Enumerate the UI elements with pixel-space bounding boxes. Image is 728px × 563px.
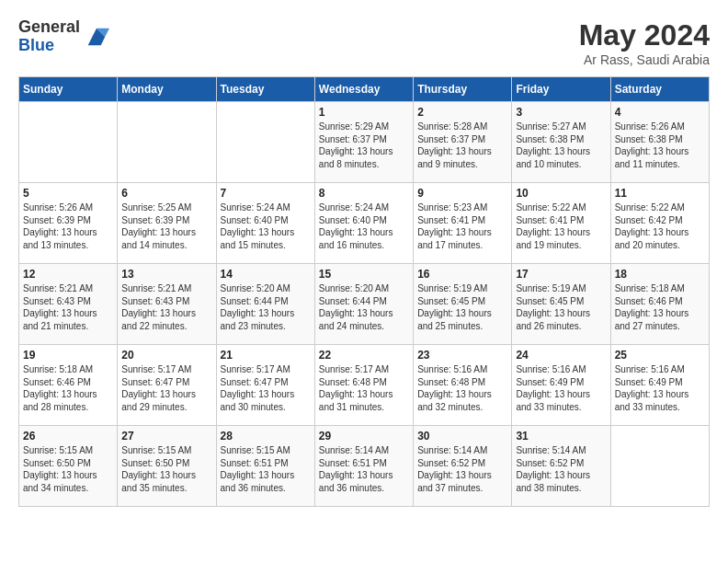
day-info: Sunrise: 5:22 AM Sunset: 6:41 PM Dayligh… [516,201,606,251]
calendar-cell: 29Sunrise: 5:14 AM Sunset: 6:51 PM Dayli… [314,426,413,507]
calendar-cell [19,102,118,183]
day-number: 15 [319,268,409,281]
day-number: 18 [615,268,705,281]
calendar-cell: 3Sunrise: 5:27 AM Sunset: 6:38 PM Daylig… [512,102,610,183]
title-block: May 2024 Ar Rass, Saudi Arabia [579,18,710,67]
calendar-cell: 18Sunrise: 5:18 AM Sunset: 6:46 PM Dayli… [610,264,709,345]
day-number: 23 [417,349,507,362]
day-info: Sunrise: 5:15 AM Sunset: 6:50 PM Dayligh… [23,444,113,494]
day-info: Sunrise: 5:27 AM Sunset: 6:38 PM Dayligh… [516,121,606,170]
day-info: Sunrise: 5:28 AM Sunset: 6:37 PM Dayligh… [417,121,507,170]
day-info: Sunrise: 5:18 AM Sunset: 6:46 PM Dayligh… [23,363,113,413]
calendar-cell: 24Sunrise: 5:16 AM Sunset: 6:49 PM Dayli… [512,345,610,426]
calendar-cell: 9Sunrise: 5:23 AM Sunset: 6:41 PM Daylig… [414,183,512,264]
day-number: 14 [221,268,311,281]
calendar-cell: 4Sunrise: 5:26 AM Sunset: 6:38 PM Daylig… [610,102,709,183]
logo-icon [84,24,109,50]
calendar-cell: 14Sunrise: 5:20 AM Sunset: 6:44 PM Dayli… [216,264,314,345]
calendar-cell: 21Sunrise: 5:17 AM Sunset: 6:47 PM Dayli… [216,345,314,426]
day-header-wednesday: Wednesday [314,77,413,102]
calendar-cell: 25Sunrise: 5:16 AM Sunset: 6:49 PM Dayli… [610,345,709,426]
calendar-cell: 23Sunrise: 5:16 AM Sunset: 6:48 PM Dayli… [414,345,512,426]
calendar-week-3: 12Sunrise: 5:21 AM Sunset: 6:43 PM Dayli… [19,264,710,345]
day-number: 9 [417,187,507,200]
calendar-cell [118,102,216,183]
calendar-cell: 30Sunrise: 5:14 AM Sunset: 6:52 PM Dayli… [414,426,512,507]
day-number: 16 [417,268,507,281]
day-info: Sunrise: 5:16 AM Sunset: 6:49 PM Dayligh… [516,363,606,413]
day-number: 21 [221,349,311,362]
day-info: Sunrise: 5:16 AM Sunset: 6:49 PM Dayligh… [615,363,705,413]
calendar-cell: 10Sunrise: 5:22 AM Sunset: 6:41 PM Dayli… [512,183,610,264]
calendar-week-1: 1Sunrise: 5:29 AM Sunset: 6:37 PM Daylig… [19,102,710,183]
day-number: 7 [221,187,311,200]
day-number: 20 [121,349,211,362]
calendar-week-4: 19Sunrise: 5:18 AM Sunset: 6:46 PM Dayli… [19,345,710,426]
day-info: Sunrise: 5:22 AM Sunset: 6:42 PM Dayligh… [615,201,705,251]
day-number: 31 [516,430,606,442]
calendar-cell: 6Sunrise: 5:25 AM Sunset: 6:39 PM Daylig… [118,183,216,264]
day-number: 25 [615,349,705,362]
day-header-thursday: Thursday [414,77,512,102]
day-info: Sunrise: 5:15 AM Sunset: 6:50 PM Dayligh… [121,444,211,494]
page-header: General Blue May 2024 Ar Rass, Saudi Ara… [18,18,710,67]
day-info: Sunrise: 5:19 AM Sunset: 6:45 PM Dayligh… [417,282,507,332]
day-info: Sunrise: 5:23 AM Sunset: 6:41 PM Dayligh… [417,201,507,251]
day-info: Sunrise: 5:17 AM Sunset: 6:47 PM Dayligh… [121,363,211,413]
logo: General Blue [18,18,109,55]
day-info: Sunrise: 5:18 AM Sunset: 6:46 PM Dayligh… [615,282,705,332]
day-header-friday: Friday [512,77,610,102]
calendar-cell [610,426,709,507]
day-info: Sunrise: 5:21 AM Sunset: 6:43 PM Dayligh… [121,282,211,332]
day-info: Sunrise: 5:20 AM Sunset: 6:44 PM Dayligh… [221,282,311,332]
calendar-cell [216,102,314,183]
day-number: 24 [516,349,606,362]
day-number: 27 [121,430,211,442]
calendar-cell: 2Sunrise: 5:28 AM Sunset: 6:37 PM Daylig… [414,102,512,183]
day-info: Sunrise: 5:24 AM Sunset: 6:40 PM Dayligh… [319,201,409,251]
page-title: May 2024 [579,18,710,52]
day-number: 2 [417,106,507,119]
day-number: 17 [516,268,606,281]
calendar-cell: 27Sunrise: 5:15 AM Sunset: 6:50 PM Dayli… [118,426,216,507]
day-info: Sunrise: 5:19 AM Sunset: 6:45 PM Dayligh… [516,282,606,332]
calendar-cell: 5Sunrise: 5:26 AM Sunset: 6:39 PM Daylig… [19,183,118,264]
day-number: 29 [319,430,409,442]
logo-blue-text: Blue [18,37,80,55]
day-info: Sunrise: 5:17 AM Sunset: 6:48 PM Dayligh… [319,363,409,413]
day-number: 28 [221,430,311,442]
calendar-cell: 15Sunrise: 5:20 AM Sunset: 6:44 PM Dayli… [314,264,413,345]
day-number: 30 [417,430,507,442]
day-info: Sunrise: 5:20 AM Sunset: 6:44 PM Dayligh… [319,282,409,332]
day-number: 3 [516,106,606,119]
calendar-cell: 17Sunrise: 5:19 AM Sunset: 6:45 PM Dayli… [512,264,610,345]
day-header-sunday: Sunday [19,77,118,102]
day-info: Sunrise: 5:29 AM Sunset: 6:37 PM Dayligh… [319,121,409,170]
day-info: Sunrise: 5:25 AM Sunset: 6:39 PM Dayligh… [121,201,211,251]
day-number: 4 [615,106,705,119]
calendar-cell: 26Sunrise: 5:15 AM Sunset: 6:50 PM Dayli… [19,426,118,507]
day-info: Sunrise: 5:24 AM Sunset: 6:40 PM Dayligh… [221,201,311,251]
day-header-saturday: Saturday [610,77,709,102]
day-info: Sunrise: 5:14 AM Sunset: 6:52 PM Dayligh… [417,444,507,494]
day-number: 22 [319,349,409,362]
day-header-tuesday: Tuesday [216,77,314,102]
calendar-cell: 20Sunrise: 5:17 AM Sunset: 6:47 PM Dayli… [118,345,216,426]
calendar-cell: 19Sunrise: 5:18 AM Sunset: 6:46 PM Dayli… [19,345,118,426]
day-number: 12 [23,268,113,281]
day-number: 26 [23,430,113,442]
day-number: 11 [615,187,705,200]
day-info: Sunrise: 5:14 AM Sunset: 6:51 PM Dayligh… [319,444,409,494]
day-info: Sunrise: 5:26 AM Sunset: 6:39 PM Dayligh… [23,201,113,251]
calendar-table: SundayMondayTuesdayWednesdayThursdayFrid… [18,76,710,507]
calendar-cell: 1Sunrise: 5:29 AM Sunset: 6:37 PM Daylig… [314,102,413,183]
day-info: Sunrise: 5:17 AM Sunset: 6:47 PM Dayligh… [221,363,311,413]
calendar-cell: 11Sunrise: 5:22 AM Sunset: 6:42 PM Dayli… [610,183,709,264]
calendar-cell: 8Sunrise: 5:24 AM Sunset: 6:40 PM Daylig… [314,183,413,264]
day-number: 8 [319,187,409,200]
day-number: 1 [319,106,409,119]
calendar-header-row: SundayMondayTuesdayWednesdayThursdayFrid… [19,77,710,102]
day-info: Sunrise: 5:14 AM Sunset: 6:52 PM Dayligh… [516,444,606,494]
logo-general-text: General [18,18,80,37]
calendar-cell: 22Sunrise: 5:17 AM Sunset: 6:48 PM Dayli… [314,345,413,426]
